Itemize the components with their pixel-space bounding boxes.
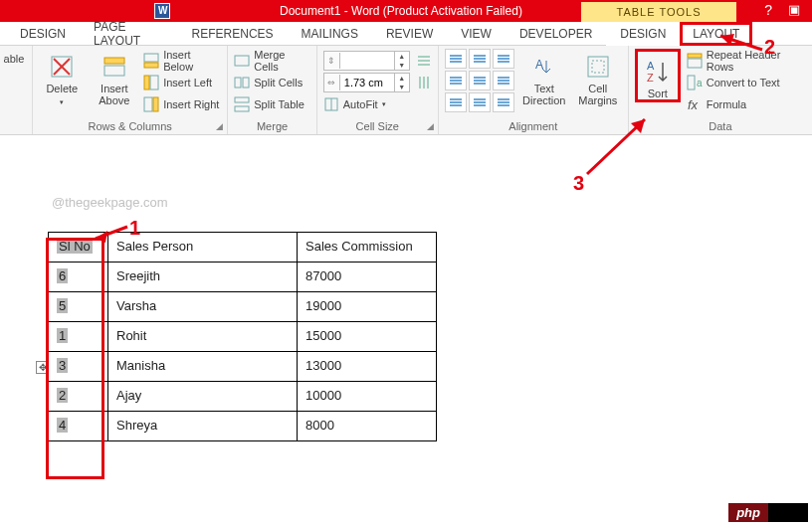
align-top-left[interactable] (445, 49, 467, 69)
insert-above-button[interactable]: Insert Above (92, 49, 138, 106)
ribbon: able Delete▾ Insert Above In (0, 46, 812, 135)
tab-developer[interactable]: DEVELOPER (506, 22, 606, 46)
row-height-icon: ⇕ (324, 53, 340, 69)
insert-above-label: Insert Above (99, 83, 129, 106)
svg-rect-11 (235, 56, 249, 66)
align-mid-left[interactable] (445, 71, 467, 90)
svg-rect-7 (150, 76, 158, 89)
group-merge: Merge Cells Split Cells Split Table Merg… (228, 46, 317, 134)
table-row[interactable]: 4Shreya8000 (49, 412, 437, 441)
insert-below-button[interactable]: Insert Below (143, 51, 221, 71)
table-header-row[interactable]: Sl No Sales Person Sales Commission (49, 233, 437, 263)
insert-below-label: Insert Below (163, 49, 221, 73)
table-row[interactable]: 1Rohit15000 (49, 322, 437, 352)
php-watermark-badge: php (728, 503, 808, 522)
align-top-right[interactable] (493, 49, 514, 69)
svg-rect-14 (235, 97, 249, 102)
insert-right-icon (143, 96, 159, 112)
sort-button[interactable]: AZ Sort (641, 54, 675, 99)
sort-label: Sort (648, 88, 668, 99)
svg-rect-9 (144, 97, 152, 111)
dialog-launcher-icon[interactable]: ◢ (427, 121, 434, 131)
dialog-launcher-icon[interactable]: ◢ (216, 121, 223, 131)
document-canvas: @thegeekpage.com ✥ Sl No Sales Person Sa… (0, 135, 812, 441)
group-alignment: A Text Direction Cell Margins Alignment (439, 46, 629, 134)
spin-down-icon[interactable]: ▼ (395, 83, 409, 91)
tab-page-layout[interactable]: PAGE LAYOUT (80, 22, 178, 46)
convert-to-text-button[interactable]: a Convert to Text (687, 73, 806, 92)
tab-review[interactable]: REVIEW (372, 22, 447, 46)
ribbon-tabs: DESIGN PAGE LAYOUT REFERENCES MAILINGS R… (0, 22, 812, 46)
delete-button[interactable]: Delete▾ (39, 49, 86, 108)
table-partial-button: able (2, 49, 26, 65)
svg-rect-13 (243, 78, 249, 88)
header-slno: Sl No (57, 239, 93, 254)
svg-text:a: a (697, 78, 703, 88)
align-bot-right[interactable] (493, 92, 514, 112)
table-row[interactable]: 6Sreejith87000 (49, 263, 437, 292)
insert-above-icon (101, 53, 128, 81)
table-row[interactable]: 2Ajay10000 (49, 382, 437, 412)
group-cell-size-label: Cell Size (356, 120, 399, 132)
group-alignment-label: Alignment (445, 120, 622, 133)
tab-view[interactable]: VIEW (447, 22, 506, 46)
row-height-field[interactable] (340, 55, 394, 67)
column-width-field[interactable] (340, 77, 394, 88)
text-direction-button[interactable]: A Text Direction (520, 49, 568, 106)
spin-up-icon[interactable]: ▲ (395, 52, 409, 61)
restore-window-icon[interactable]: ▣ (788, 2, 800, 17)
alignment-grid (445, 49, 514, 112)
svg-rect-10 (153, 97, 158, 111)
merge-cells-button[interactable]: Merge Cells (234, 51, 310, 71)
table-row[interactable]: 5Varsha19000 (49, 292, 437, 322)
cell-margins-icon (584, 53, 612, 81)
align-mid-right[interactable] (493, 71, 514, 90)
delete-label: Delete (46, 83, 78, 94)
header-sales-person: Sales Person (108, 233, 298, 263)
cell-margins-label: Cell Margins (578, 83, 617, 106)
insert-right-button[interactable]: Insert Right (143, 94, 221, 114)
align-top-center[interactable] (469, 49, 491, 69)
word-app-icon (154, 3, 170, 19)
tab-table-design[interactable]: DESIGN (606, 22, 680, 46)
svg-rect-8 (144, 76, 149, 89)
column-width-input[interactable]: ⇔ ▲▼ (323, 73, 410, 92)
svg-text:A: A (647, 60, 655, 72)
split-table-button[interactable]: Split Table (234, 94, 310, 114)
table-move-handle-icon[interactable]: ✥ (36, 361, 49, 374)
group-data-label: Data (635, 120, 806, 133)
svg-rect-30 (688, 59, 702, 68)
spin-down-icon[interactable]: ▼ (395, 61, 409, 70)
tab-references[interactable]: REFERENCES (178, 22, 288, 46)
distribute-columns-button[interactable] (416, 73, 432, 92)
convert-text-label: Convert to Text (707, 77, 780, 88)
tab-mailings[interactable]: MAILINGS (288, 22, 372, 46)
spin-up-icon[interactable]: ▲ (395, 74, 409, 83)
autofit-button[interactable]: AutoFit ▾ (323, 94, 410, 114)
align-bot-left[interactable] (445, 92, 467, 112)
svg-text:fx: fx (688, 97, 699, 112)
align-bot-center[interactable] (469, 92, 491, 112)
svg-rect-12 (235, 78, 241, 88)
split-cells-button[interactable]: Split Cells (234, 73, 310, 92)
cell-margins-button[interactable]: Cell Margins (574, 49, 622, 106)
formula-icon: fx (687, 96, 703, 112)
repeat-header-rows-button[interactable]: Repeat Header Rows (687, 51, 806, 71)
sort-highlight-box: AZ Sort (635, 49, 681, 102)
split-table-icon (234, 96, 250, 112)
tab-table-layout[interactable]: LAYOUT (680, 22, 752, 46)
tab-design[interactable]: DESIGN (0, 22, 80, 46)
sales-table[interactable]: Sl No Sales Person Sales Commission 6Sre… (48, 232, 437, 441)
table-row[interactable]: 3Manisha13000 (49, 352, 437, 382)
distribute-rows-button[interactable] (416, 51, 432, 71)
svg-rect-6 (144, 63, 158, 68)
help-icon[interactable]: ? (764, 2, 772, 18)
formula-button[interactable]: fx Formula (687, 94, 806, 114)
split-cells-label: Split Cells (254, 77, 303, 88)
insert-left-button[interactable]: Insert Left (143, 73, 221, 92)
table-partial-label: able (4, 53, 25, 65)
align-mid-center[interactable] (469, 71, 491, 90)
row-height-input[interactable]: ⇕ ▲▼ (323, 51, 410, 71)
svg-rect-25 (588, 57, 608, 77)
svg-text:Z: Z (647, 72, 654, 84)
